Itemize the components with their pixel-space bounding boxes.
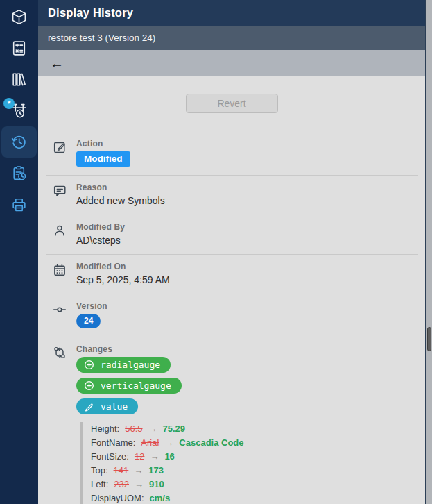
pencil-icon bbox=[84, 401, 94, 412]
arrow-right-icon: → bbox=[134, 465, 143, 476]
sidebar-item-audit-log[interactable] bbox=[0, 158, 38, 189]
detail-new-value: 75.29 bbox=[163, 423, 186, 434]
sidebar: * bbox=[0, 0, 38, 504]
cube-icon bbox=[10, 8, 28, 26]
detail-row: Left: 232 → 910 bbox=[91, 479, 418, 493]
back-toolbar: ← bbox=[38, 50, 425, 76]
change-tag-added[interactable]: verticalgauge bbox=[76, 378, 182, 394]
detail-property: Height: bbox=[91, 423, 119, 434]
detail-property: FontSize: bbox=[91, 451, 129, 462]
arrow-right-icon: → bbox=[148, 423, 157, 434]
detail-property: FontName: bbox=[91, 437, 135, 448]
page-title: Display History bbox=[48, 6, 133, 19]
detail-row: FontSize: 12 → 16 bbox=[91, 451, 418, 465]
display-history-window: * bbox=[0, 0, 432, 504]
change-details: Height: 56.5 → 75.29 FontName: Arial → C… bbox=[80, 422, 418, 504]
detail-new-value: 173 bbox=[148, 465, 164, 476]
detail-row: DisplayUOM: cm/s bbox=[91, 493, 418, 504]
detail-property: Top: bbox=[91, 465, 108, 476]
commit-icon bbox=[52, 302, 67, 317]
changes-label: Changes bbox=[76, 344, 418, 354]
sidebar-item-print[interactable] bbox=[0, 189, 38, 220]
version-label: Version bbox=[76, 301, 418, 311]
detail-new-value: 910 bbox=[149, 479, 164, 489]
vertical-scrollbar[interactable] bbox=[426, 0, 432, 504]
detail-row: Top: 141 → 173 bbox=[91, 465, 418, 479]
action-status-badge: Modified bbox=[76, 151, 130, 167]
modified-on-value: Sep 5, 2025, 4:59 AM bbox=[76, 274, 418, 285]
detail-old-value: 56.5 bbox=[125, 423, 142, 434]
sidebar-item-display-history[interactable] bbox=[1, 126, 37, 158]
detail-property: Left: bbox=[91, 479, 108, 489]
panel-header: Display History bbox=[38, 0, 425, 26]
arrow-right-icon: → bbox=[150, 451, 159, 462]
change-tag-modified[interactable]: value bbox=[76, 398, 138, 414]
row-modified-by: Modified By AD\csteps bbox=[46, 215, 418, 255]
sidebar-item-display-pending[interactable]: * bbox=[0, 95, 38, 126]
detail-new-value: cm/s bbox=[150, 493, 171, 503]
field-rows: Action Modified Reason bbox=[46, 132, 418, 504]
detail-property: DisplayUOM: bbox=[91, 493, 144, 503]
compare-icon bbox=[52, 345, 67, 360]
revert-button[interactable]: Revert bbox=[186, 94, 278, 113]
row-changes: Changes radialgauge bbox=[46, 337, 418, 504]
history-icon bbox=[10, 133, 28, 151]
plus-circle-icon bbox=[84, 380, 94, 391]
edit-icon bbox=[52, 140, 67, 155]
detail-row: FontName: Arial → Cascadia Code bbox=[91, 437, 418, 451]
scrollbar-thumb[interactable] bbox=[427, 327, 431, 351]
detail-old-value: 141 bbox=[114, 465, 129, 476]
detail-old-value: 12 bbox=[135, 451, 144, 462]
panel-subheader: restore test 3 (Version 24) bbox=[38, 26, 425, 50]
calendar-icon bbox=[52, 262, 67, 278]
back-button[interactable]: ← bbox=[47, 55, 67, 72]
arrow-right-icon: → bbox=[164, 437, 173, 448]
sidebar-item-calculator[interactable] bbox=[0, 33, 38, 64]
detail-new-value: Cascadia Code bbox=[179, 437, 243, 448]
row-reason: Reason Added new Symbols bbox=[46, 176, 418, 215]
sidebar-item-library[interactable] bbox=[0, 64, 38, 95]
row-action: Action Modified bbox=[46, 132, 418, 176]
action-label: Action bbox=[76, 139, 418, 149]
row-modified-on: Modified On Sep 5, 2025, 4:59 AM bbox=[46, 255, 418, 294]
person-icon bbox=[52, 223, 67, 238]
sidebar-item-model[interactable] bbox=[0, 1, 38, 33]
modified-by-value: AD\csteps bbox=[76, 235, 418, 246]
detail-old-value: 232 bbox=[114, 479, 129, 489]
row-version: Version 24 bbox=[46, 294, 418, 337]
library-books-icon bbox=[10, 71, 28, 88]
detail-row: Height: 56.5 → 75.29 bbox=[91, 423, 418, 437]
version-detail-content: Revert Action Modified bbox=[38, 76, 425, 504]
clipboard-clock-icon bbox=[10, 165, 28, 182]
version-subtitle: restore test 3 (Version 24) bbox=[48, 33, 155, 43]
modified-on-label: Modified On bbox=[76, 262, 418, 271]
plus-circle-icon bbox=[84, 360, 94, 370]
display-history-panel: Display History restore test 3 (Version … bbox=[38, 0, 426, 504]
reason-value: Added new Symbols bbox=[76, 195, 418, 206]
modified-by-label: Modified By bbox=[76, 222, 418, 232]
calculator-icon bbox=[10, 40, 28, 57]
arrow-right-icon: → bbox=[135, 479, 144, 489]
detail-old-value: Arial bbox=[141, 437, 159, 448]
detail-new-value: 16 bbox=[164, 451, 174, 462]
change-tag-added[interactable]: radialgauge bbox=[76, 357, 171, 373]
version-number-badge: 24 bbox=[76, 314, 101, 328]
pending-badge-icon: * bbox=[3, 98, 15, 109]
reason-label: Reason bbox=[76, 183, 418, 192]
printer-icon bbox=[10, 196, 28, 213]
comment-icon bbox=[52, 183, 67, 199]
